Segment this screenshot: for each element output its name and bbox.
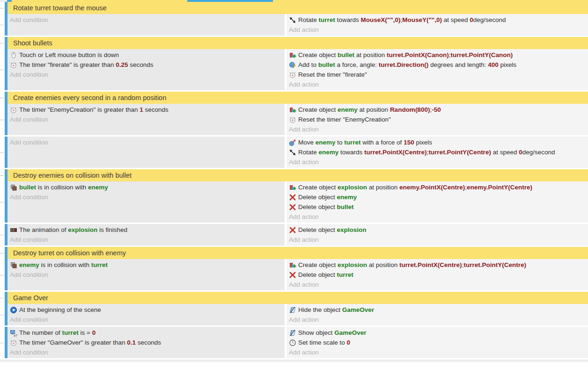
event-block: At the beginning of the sceneAdd conditi… — [0, 304, 588, 325]
tree-tick — [0, 25, 4, 25]
event-handle[interactable] — [5, 304, 7, 325]
event-handle[interactable] — [5, 2, 7, 14]
clock-icon — [289, 339, 296, 346]
tree-tick — [0, 43, 4, 43]
event-group-header[interactable]: Create enemies every second in a random … — [0, 92, 588, 104]
condition-line[interactable]: The timer "GameOver" is greater than 0.1… — [7, 338, 285, 347]
add-condition-button[interactable]: Add condition — [7, 192, 285, 202]
tree-tick — [0, 98, 4, 98]
event-handle[interactable] — [5, 169, 7, 181]
add-condition-button[interactable]: Add condition — [7, 270, 285, 280]
event-group-header[interactable]: Destroy turret on collision with enemy — [0, 247, 588, 259]
add-action-button[interactable]: Add action — [287, 124, 588, 134]
event-handle[interactable] — [5, 259, 7, 290]
condition-line[interactable]: x?The number of turret is = 0 — [7, 328, 285, 338]
condition-line[interactable]: bullet is in collision with enemy — [7, 182, 285, 192]
create-object-icon — [289, 261, 296, 269]
group-title: Shoot bullets — [13, 39, 52, 47]
event-handle[interactable] — [5, 37, 7, 49]
add-action-button[interactable]: Add action — [287, 212, 588, 222]
action-line[interactable]: Move enemy to turret with a force of 150… — [287, 137, 588, 147]
condition-line[interactable]: The animation of explosion is finished — [7, 225, 285, 235]
add-action-button[interactable]: Add action — [287, 157, 588, 167]
action-text: Delete object enemy — [298, 194, 357, 201]
object-name: bullet — [19, 184, 36, 191]
add-condition-button[interactable]: Add condition — [7, 115, 285, 124]
add-condition-button[interactable]: Add condition — [7, 347, 285, 357]
tree-tick — [0, 70, 4, 70]
action-line[interactable]: Rotate enemy towards turret.PointX(Centr… — [287, 147, 588, 157]
add-condition-button[interactable]: Add condition — [7, 70, 285, 79]
action-line[interactable]: Create object explosion at position enem… — [287, 182, 588, 192]
event-group-header[interactable]: Destroy enemies on collision with bullet — [0, 169, 588, 181]
action-text: Delete object explosion — [298, 226, 367, 233]
add-condition-button[interactable]: Add condition — [7, 137, 285, 147]
delete-icon — [289, 226, 296, 234]
condition-text: bullet is in collision with enemy — [19, 184, 108, 191]
condition-line[interactable]: At the beginning of the scene — [7, 305, 285, 315]
event-block: The animation of explosion is finishedAd… — [0, 224, 588, 245]
actions-column: Move enemy to turret with a force of 150… — [287, 137, 588, 168]
action-text: Rotate turret towards MouseX("",0);Mouse… — [298, 16, 506, 23]
event-handle[interactable] — [5, 14, 7, 36]
event-handle[interactable] — [5, 104, 7, 135]
action-text: Reset the timer "EnemyCreation" — [298, 116, 391, 123]
event-group-header[interactable]: Shoot bullets — [0, 37, 588, 49]
event-block: Touch or Left mouse button is downThe ti… — [0, 49, 588, 90]
event-group-header[interactable]: Game Over — [0, 292, 588, 304]
action-text: Set time scale to 0 — [298, 339, 350, 346]
action-text: Delete object bullet — [298, 203, 354, 210]
action-line[interactable]: Create object enemy at position Random(8… — [287, 105, 588, 115]
object-name: bullet — [338, 51, 354, 58]
action-line[interactable]: Delete object enemy — [287, 192, 588, 202]
action-line[interactable]: Create object bullet at position turret.… — [287, 50, 588, 60]
condition-line[interactable]: The timer "EnemyCreation" is greater tha… — [7, 105, 285, 115]
add-action-button[interactable]: Add action — [287, 347, 588, 357]
action-line[interactable]: Show object GameOver — [287, 328, 588, 338]
conditions-column: Add condition — [7, 137, 285, 168]
add-action-button[interactable]: Add action — [287, 25, 588, 35]
event-handle[interactable] — [5, 247, 7, 259]
action-line[interactable]: Add to bullet a force, angle: turret.Dir… — [287, 60, 588, 70]
add-condition-button[interactable]: Add condition — [7, 15, 285, 25]
action-line[interactable]: Delete object explosion — [287, 225, 588, 235]
event-handle[interactable] — [5, 181, 7, 223]
add-condition-button[interactable]: Add condition — [7, 315, 285, 325]
event-handle[interactable] — [5, 49, 7, 90]
event-handle[interactable] — [5, 327, 7, 358]
text-segment: The animation of — [19, 226, 68, 233]
event-handle[interactable] — [5, 224, 7, 245]
action-text: Create object bullet at position turret.… — [298, 51, 513, 58]
text-segment: Reset the timer "firerate" — [298, 71, 367, 78]
tree-tick — [0, 202, 4, 202]
action-line[interactable]: Rotate turret towards MouseX("",0);Mouse… — [287, 15, 588, 25]
add-action-button[interactable]: Add action — [287, 315, 588, 325]
action-line[interactable]: Reset the timer "EnemyCreation" — [287, 115, 588, 124]
add-action-button[interactable]: Add action — [287, 235, 588, 245]
action-line[interactable]: Set time scale to 0 — [287, 338, 588, 347]
text-segment: deg/second — [473, 16, 506, 23]
action-line[interactable]: Delete object turret — [287, 270, 588, 280]
condition-line[interactable]: The timer "firerate" is greater than 0.2… — [7, 60, 285, 70]
actions-column: Create object explosion at position turr… — [287, 259, 588, 290]
tree-tick — [0, 298, 4, 298]
text-segment: to — [336, 139, 345, 146]
action-line[interactable]: Hide the object GameOver — [287, 305, 588, 315]
event-handle[interactable] — [5, 92, 7, 104]
add-condition-button[interactable]: Add condition — [7, 235, 285, 245]
add-action-button[interactable]: Add action — [287, 280, 588, 289]
event-handle[interactable] — [5, 292, 7, 304]
event-handle[interactable] — [5, 137, 7, 168]
action-line[interactable]: Create object explosion at position turr… — [287, 260, 588, 270]
conditions-column: Add condition — [7, 14, 285, 36]
expression: turret.PointX(Canon) — [387, 51, 449, 58]
condition-line[interactable]: enemy is in collision with turret — [7, 260, 285, 270]
action-line[interactable]: Delete object bullet — [287, 202, 588, 212]
event-group-header[interactable]: Rotate turret toward the mouse — [0, 2, 588, 14]
text-segment: at speed — [491, 149, 519, 156]
add-action-button[interactable]: Add action — [287, 79, 588, 89]
collision-icon — [10, 261, 17, 269]
text-segment: a force, angle: — [335, 61, 379, 68]
condition-line[interactable]: Touch or Left mouse button is down — [7, 50, 285, 60]
action-line[interactable]: Reset the timer "firerate" — [287, 70, 588, 79]
